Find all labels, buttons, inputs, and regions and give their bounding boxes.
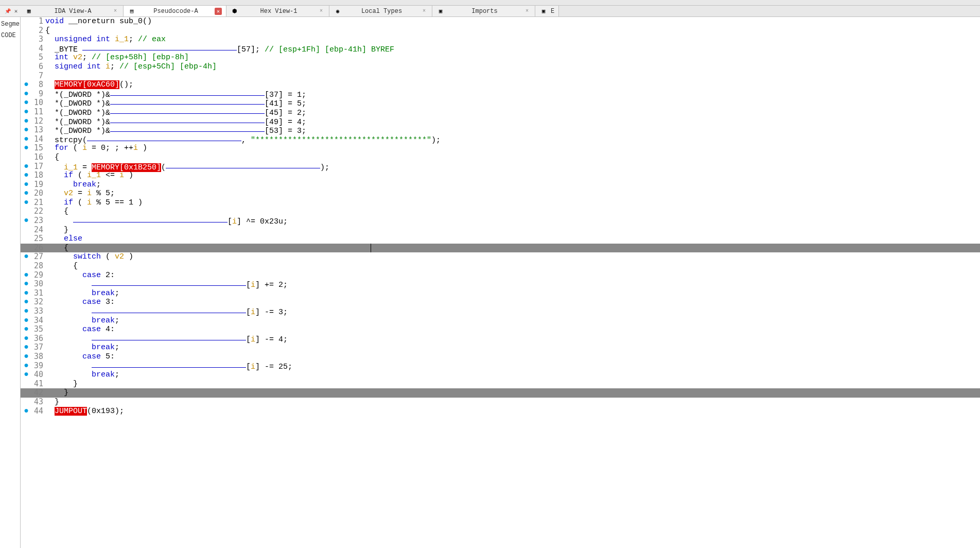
top-menu-bar <box>0 0 980 6</box>
